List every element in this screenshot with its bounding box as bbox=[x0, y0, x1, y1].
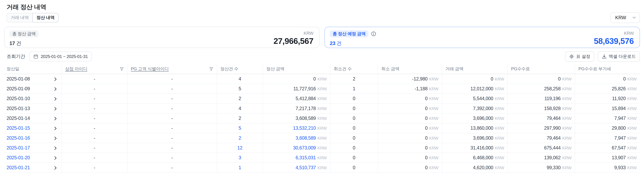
table-row[interactable]: 2025-01-08 - - 4 0KRW 2 -12,980KRW 0KRW … bbox=[4, 74, 640, 84]
pg-fee-value: 675,444 bbox=[544, 145, 561, 150]
settlement-amount-cell: 3,608,589KRW bbox=[263, 113, 330, 123]
chevron-right-icon[interactable] bbox=[53, 106, 58, 111]
col-pg-customer-id[interactable]: PG 고객 식별아이디 bbox=[127, 64, 217, 74]
chevron-right-icon[interactable] bbox=[53, 77, 58, 82]
pg-fee-value: 0 bbox=[558, 76, 560, 82]
table-row[interactable]: 2025-01-15 - - 5 13,532,210KRW 0 0KRW 13… bbox=[4, 123, 640, 133]
table-row[interactable]: 2025-01-10 - - 2 5,412,884KRW 0 0KRW 5,5… bbox=[4, 94, 640, 104]
settlement-amount-cell: 13,532,210KRW bbox=[263, 123, 330, 133]
settlement-count-cell: 2 bbox=[217, 133, 263, 143]
chevron-right-icon[interactable] bbox=[53, 116, 58, 121]
settlement-amount-cell: 3,608,589KRW bbox=[263, 133, 330, 143]
settlement-date-cell: 2025-01-17 bbox=[4, 143, 49, 153]
date-range-input[interactable]: 2025-01-01 ~ 2025-01-31 bbox=[29, 52, 92, 62]
settlement-date-cell: 2025-01-20 bbox=[4, 153, 49, 163]
col-cancel-count: 취소건 수 bbox=[330, 64, 378, 74]
pg-fee-vat-value: 29,800 bbox=[612, 125, 626, 131]
table-row[interactable]: 2025-01-16 - - 2 3,608,589KRW 0 0KRW 3,6… bbox=[4, 133, 640, 143]
table-row[interactable]: 2025-01-17 - - 12 30,673,009KRW 0 0KRW 3… bbox=[4, 143, 640, 153]
row-expand-cell[interactable] bbox=[49, 133, 62, 143]
row-expand-cell[interactable] bbox=[49, 84, 62, 94]
settled-count-unit: 건 bbox=[16, 40, 21, 46]
row-expand-cell[interactable] bbox=[49, 143, 62, 153]
currency-select[interactable]: KRW bbox=[610, 12, 640, 23]
settlement-count-cell: 2 bbox=[217, 94, 263, 104]
expected-card-right: KRW 58,639,576 bbox=[594, 30, 634, 48]
cancel-amount-cell: 0KRW bbox=[378, 113, 442, 123]
krw-suffix: KRW bbox=[628, 156, 637, 160]
pg-fee-vat-cell: 15,894KRW bbox=[575, 104, 640, 113]
row-expand-cell[interactable] bbox=[49, 123, 62, 133]
cancel-amount-value: -12,980 bbox=[412, 76, 428, 82]
pg-fee-value: 99,330 bbox=[547, 165, 561, 170]
krw-suffix: KRW bbox=[562, 87, 572, 91]
table-row[interactable]: 2025-01-21 - - 1 4,510,737KRW 0 0KRW 4,6… bbox=[4, 163, 640, 172]
tab-transaction-history[interactable]: 거래 내역 bbox=[6, 13, 32, 22]
row-expand-cell[interactable] bbox=[49, 94, 62, 104]
pg-fee-vat-cell: 67,547KRW bbox=[575, 143, 640, 153]
col-store-id[interactable]: 상점 아이디 bbox=[62, 64, 127, 74]
chevron-right-icon[interactable] bbox=[53, 136, 58, 141]
pg-fee-cell: 79,464KRW bbox=[508, 133, 575, 143]
settlement-amount-value: 13,532,210 bbox=[293, 125, 316, 131]
cancel-count-cell: 0 bbox=[330, 163, 378, 172]
download-icon bbox=[602, 54, 607, 59]
transaction-amount-value: 6,468,000 bbox=[473, 155, 493, 160]
row-expand-cell[interactable] bbox=[49, 153, 62, 163]
pg-fee-value: 297,990 bbox=[544, 125, 561, 131]
transaction-amount-value: 5,544,000 bbox=[473, 96, 493, 101]
row-expand-cell[interactable] bbox=[49, 74, 62, 84]
row-expand-cell[interactable] bbox=[49, 113, 62, 123]
cancel-amount-cell: 0KRW bbox=[378, 133, 442, 143]
info-icon[interactable] bbox=[371, 31, 376, 36]
chevron-right-icon[interactable] bbox=[53, 156, 58, 160]
row-expand-cell[interactable] bbox=[49, 163, 62, 172]
krw-suffix: KRW bbox=[628, 146, 637, 150]
krw-suffix: KRW bbox=[562, 106, 572, 111]
pg-fee-vat-cell: 13,907KRW bbox=[575, 153, 640, 163]
pg-fee-vat-cell: 25,826KRW bbox=[575, 84, 640, 94]
settlement-count-cell: 1 bbox=[217, 163, 263, 172]
settled-card-right: KRW 27,966,567 bbox=[274, 30, 313, 48]
row-expand-cell[interactable] bbox=[49, 104, 62, 113]
settlement-table-body: 2025-01-08 - - 4 0KRW 2 -12,980KRW 0KRW … bbox=[4, 74, 640, 172]
settlement-amount-value: 3,608,589 bbox=[296, 135, 316, 141]
pg-fee-vat-value: 7,947 bbox=[614, 116, 626, 121]
table-settings-button[interactable]: 표 설정 bbox=[565, 51, 594, 62]
krw-suffix: KRW bbox=[318, 106, 327, 111]
chevron-right-icon[interactable] bbox=[53, 146, 58, 150]
krw-suffix: KRW bbox=[318, 136, 327, 140]
pg-fee-vat-cell: 9,933KRW bbox=[575, 163, 640, 172]
store-id-cell: - bbox=[62, 153, 127, 163]
table-row[interactable]: 2025-01-13 - - 4 7,217,178KRW 0 0KRW 7,3… bbox=[4, 104, 640, 113]
table-row[interactable]: 2025-01-14 - - 2 3,608,589KRW 0 0KRW 3,6… bbox=[4, 113, 640, 123]
pg-fee-cell: 99,330KRW bbox=[508, 163, 575, 172]
krw-suffix: KRW bbox=[562, 126, 572, 130]
krw-suffix: KRW bbox=[562, 96, 572, 101]
date-range-value: 2025-01-01 ~ 2025-01-31 bbox=[41, 54, 88, 59]
settlement-date-cell: 2025-01-16 bbox=[4, 133, 49, 143]
transaction-amount-cell: 0KRW bbox=[442, 74, 508, 84]
chevron-right-icon[interactable] bbox=[53, 96, 58, 101]
cancel-amount-value: 0 bbox=[425, 96, 428, 101]
tab-settlement-history[interactable]: 정산 내역 bbox=[32, 13, 58, 22]
settlement-amount-cell: 30,673,009KRW bbox=[263, 143, 330, 153]
cancel-amount-cell: -12,980KRW bbox=[378, 74, 442, 84]
chevron-right-icon[interactable] bbox=[53, 166, 58, 170]
table-row[interactable]: 2025-01-09 - - 5 11,727,916KRW 1 -1,188K… bbox=[4, 84, 640, 94]
table-row[interactable]: 2025-01-20 - - 3 6,315,031KRW 0 0KRW 6,4… bbox=[4, 153, 640, 163]
expected-card-left: 총 정산 예정 금액 23건 bbox=[330, 30, 376, 48]
settlement-amount-cell: 4,510,737KRW bbox=[263, 163, 330, 172]
settlement-amount-cell: 6,315,031KRW bbox=[263, 153, 330, 163]
expected-total-card: 총 정산 예정 금액 23건 KRW 58,639,576 bbox=[324, 27, 640, 48]
excel-download-button[interactable]: 엑셀 다운로드 bbox=[598, 51, 640, 62]
settlement-amount-value: 6,315,031 bbox=[296, 155, 316, 160]
filter-funnel-icon[interactable] bbox=[209, 67, 213, 71]
filter-funnel-icon[interactable] bbox=[120, 67, 124, 71]
chevron-right-icon[interactable] bbox=[53, 126, 58, 131]
krw-suffix: KRW bbox=[429, 126, 438, 130]
store-id-cell: - bbox=[62, 163, 127, 172]
settled-total-amount: 27,966,567 bbox=[274, 36, 313, 46]
pg-fee-vat-cell: 7,947KRW bbox=[575, 133, 640, 143]
chevron-right-icon[interactable] bbox=[53, 87, 58, 91]
